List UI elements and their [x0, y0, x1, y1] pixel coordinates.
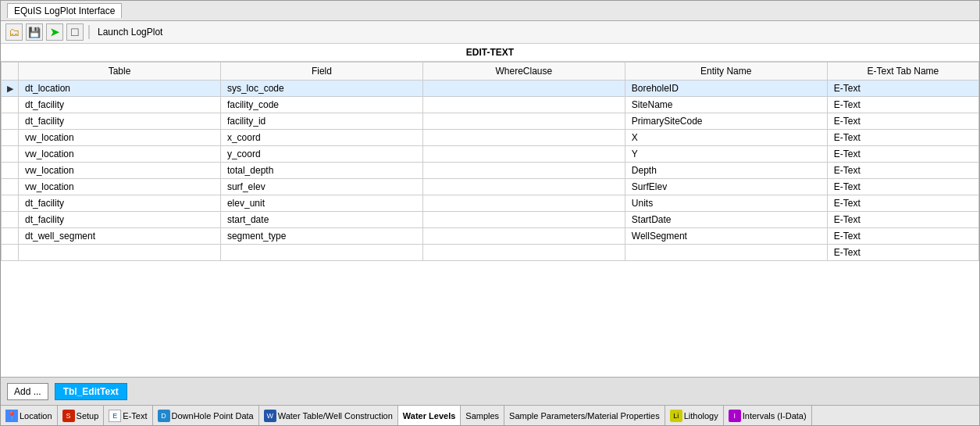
cell-where — [422, 245, 625, 261]
water-icon: W — [264, 410, 276, 422]
toolbar-separator — [88, 25, 90, 39]
tab-intervals[interactable]: I Intervals (I-Data) — [724, 406, 812, 425]
cell-entity: X — [625, 130, 827, 146]
open-folder-button[interactable]: 🗂 — [5, 23, 23, 41]
tbl-edittext-button[interactable]: Tbl_EditText — [55, 383, 127, 400]
cell-table: dt_facility — [19, 195, 221, 212]
row-indicator — [2, 97, 19, 113]
cell-field: total_depth — [220, 163, 422, 179]
status-bar: 📍 Location S Setup E E-Text D DownHole P… — [1, 405, 979, 425]
cell-field: x_coord — [220, 130, 422, 146]
tab-samples[interactable]: Samples — [461, 406, 504, 425]
row-indicator — [2, 228, 19, 245]
tab-sample-params-label: Sample Parameters/Material Properties — [509, 411, 660, 421]
cell-entity: Depth — [625, 163, 827, 179]
tab-sample-params[interactable]: Sample Parameters/Material Properties — [504, 406, 665, 425]
launch-logplot-label: Launch LogPlot — [98, 27, 162, 38]
check-button[interactable]: ☐ — [66, 23, 84, 41]
main-content: EDIT-TEXT Table Field WhereClause Entity… — [1, 44, 979, 405]
add-button[interactable]: Add ... — [7, 383, 48, 400]
window-title: EQuIS LogPlot Interface — [7, 3, 122, 18]
tab-water-levels[interactable]: Water Levels — [398, 406, 461, 425]
title-bar: EQuIS LogPlot Interface — [1, 1, 979, 21]
setup-icon: S — [62, 410, 75, 422]
cell-entity: Y — [625, 146, 827, 163]
cell-etext: E-Text — [827, 195, 978, 212]
cell-table: dt_location — [19, 81, 221, 97]
bottom-area: Add ... Tbl_EditText — [1, 377, 979, 405]
tab-water-construction-label: Water Table/Well Construction — [278, 411, 393, 421]
col-entity-header: Entity Name — [625, 63, 827, 81]
tab-water-levels-label: Water Levels — [403, 411, 455, 421]
cell-etext: E-Text — [827, 179, 978, 195]
table-row[interactable]: vw_locationsurf_elevSurfElevE-Text — [2, 179, 979, 195]
row-indicator — [2, 179, 19, 195]
table-area[interactable]: Table Field WhereClause Entity Name E-Te… — [1, 62, 979, 377]
cell-etext: E-Text — [827, 81, 978, 97]
row-indicator — [2, 212, 19, 228]
cell-etext: E-Text — [827, 163, 978, 179]
row-indicator — [2, 130, 19, 146]
row-indicator: ▶ — [2, 81, 19, 97]
cell-table: dt_facility — [19, 212, 221, 228]
col-indicator — [2, 63, 19, 81]
table-row[interactable]: ▶dt_locationsys_loc_codeBoreholeIDE-Text — [2, 81, 979, 97]
cell-where — [422, 179, 625, 195]
cell-entity — [625, 245, 827, 261]
tab-water-construction[interactable]: W Water Table/Well Construction — [259, 406, 398, 425]
cell-etext: E-Text — [827, 146, 978, 163]
cell-etext: E-Text — [827, 97, 978, 113]
table-row[interactable]: dt_facilityfacility_idPrimarySiteCodeE-T… — [2, 113, 979, 130]
col-etext-header: E-Text Tab Name — [827, 63, 978, 81]
tab-etext[interactable]: E E-Text — [104, 406, 152, 425]
cell-entity: Units — [625, 195, 827, 212]
tab-setup[interactable]: S Setup — [58, 406, 105, 425]
tab-lithology-label: Lithology — [684, 411, 718, 421]
table-row[interactable]: dt_well_segmentsegment_typeWellSegmentE-… — [2, 228, 979, 245]
cell-field: y_coord — [220, 146, 422, 163]
cell-field: facility_id — [220, 113, 422, 130]
tab-setup-label: Setup — [77, 411, 99, 421]
edit-text-table: Table Field WhereClause Entity Name E-Te… — [1, 62, 979, 261]
tab-etext-label: E-Text — [123, 411, 147, 421]
cell-where — [422, 212, 625, 228]
table-row[interactable]: vw_locationx_coordXE-Text — [2, 130, 979, 146]
section-header: EDIT-TEXT — [1, 44, 979, 62]
tab-samples-label: Samples — [465, 411, 499, 421]
cell-entity: StartDate — [625, 212, 827, 228]
tab-lithology[interactable]: Li Lithology — [665, 406, 724, 425]
row-indicator — [2, 146, 19, 163]
intervals-icon: I — [729, 410, 741, 422]
table-row[interactable]: dt_facilitystart_dateStartDateE-Text — [2, 212, 979, 228]
save-button[interactable]: 💾 — [26, 23, 43, 41]
table-row[interactable]: dt_facilityelev_unitUnitsE-Text — [2, 195, 979, 212]
cell-field: start_date — [220, 212, 422, 228]
cell-where — [422, 163, 625, 179]
downhole-icon: D — [158, 410, 170, 422]
cell-where — [422, 130, 625, 146]
col-where-header: WhereClause — [422, 63, 625, 81]
etext-icon: E — [109, 410, 121, 422]
run-button[interactable]: ➤ — [46, 23, 63, 41]
cell-field: sys_loc_code — [220, 81, 422, 97]
cell-field: surf_elev — [220, 179, 422, 195]
table-row[interactable]: dt_facilityfacility_codeSiteNameE-Text — [2, 97, 979, 113]
tab-downhole[interactable]: D DownHole Point Data — [153, 406, 259, 425]
cell-field: elev_unit — [220, 195, 422, 212]
cell-table: dt_well_segment — [19, 228, 221, 245]
cell-entity: SurfElev — [625, 179, 827, 195]
cell-table: vw_location — [19, 179, 221, 195]
table-row[interactable]: vw_locationtotal_depthDepthE-Text — [2, 163, 979, 179]
cell-etext: E-Text — [827, 130, 978, 146]
tab-location-label: Location — [20, 411, 52, 421]
tab-location[interactable]: 📍 Location — [1, 406, 58, 425]
cell-table: dt_facility — [19, 97, 221, 113]
cell-table: vw_location — [19, 130, 221, 146]
row-indicator — [2, 245, 19, 261]
table-row[interactable]: vw_locationy_coordYE-Text — [2, 146, 979, 163]
table-row[interactable]: E-Text — [2, 245, 979, 261]
toolbar: 🗂 💾 ➤ ☐ Launch LogPlot — [1, 21, 979, 44]
row-indicator — [2, 195, 19, 212]
main-window: EQuIS LogPlot Interface 🗂 💾 ➤ ☐ Launch L… — [0, 0, 980, 426]
cell-table — [19, 245, 221, 261]
